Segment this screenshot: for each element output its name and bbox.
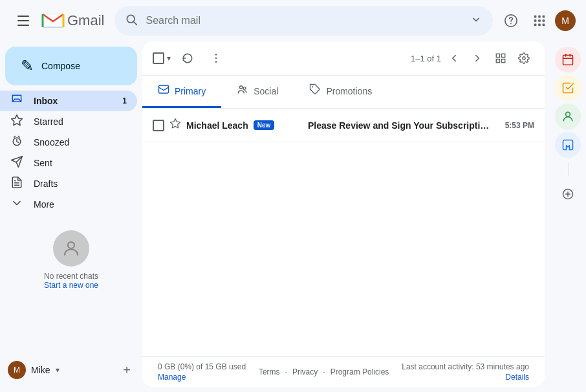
- svg-line-1: [134, 21, 137, 25]
- tab-social[interactable]: Social: [221, 76, 294, 108]
- help-button[interactable]: [498, 8, 524, 34]
- activity-section: Last account activity: 53 minutes ago De…: [402, 362, 529, 382]
- svg-point-16: [215, 58, 217, 60]
- divider: [568, 163, 569, 176]
- content-area: ▾ 1–1 of 1: [142, 41, 545, 387]
- sidebar-item-more[interactable]: More: [0, 194, 137, 215]
- email-toolbar: ▾ 1–1 of 1: [142, 41, 545, 76]
- search-bar: [114, 6, 493, 36]
- contacts-button[interactable]: [555, 103, 581, 129]
- toolbar-right: 1–1 of 1: [411, 48, 534, 69]
- hamburger-icon: [17, 16, 29, 26]
- pagination-nav: [444, 48, 488, 69]
- category-tabs: Primary Social Promotions: [142, 76, 545, 109]
- settings-button[interactable]: [514, 48, 534, 69]
- footer-links: Terms · Privacy · Program Policies: [259, 367, 389, 376]
- add-addon-button[interactable]: [555, 181, 581, 207]
- starred-label: Starred: [34, 116, 63, 127]
- chat-avatar-placeholder: [53, 230, 89, 267]
- svg-point-14: [68, 242, 74, 248]
- sidebar-item-drafts[interactable]: Drafts: [0, 173, 137, 194]
- svg-point-3: [510, 23, 512, 25]
- compose-button[interactable]: ✎ Compose: [5, 47, 137, 85]
- no-chats-text: No recent chats: [44, 272, 98, 281]
- table-row[interactable]: Michael Leach New Please Review and Sign…: [142, 109, 545, 142]
- star-icon: [10, 114, 23, 130]
- new-badge: New: [254, 120, 275, 130]
- email-time: 5:53 PM: [495, 121, 534, 130]
- email-list: Michael Leach New Please Review and Sign…: [142, 109, 545, 356]
- avatar[interactable]: M: [555, 10, 576, 31]
- next-page-button[interactable]: [467, 48, 488, 69]
- tab-promotions-label: Promotions: [326, 86, 372, 96]
- compose-label: Compose: [41, 61, 80, 71]
- star-toggle-icon[interactable]: [169, 118, 181, 133]
- svg-rect-12: [543, 24, 545, 27]
- footer: 0 GB (0%) of 15 GB used Manage Terms · P…: [142, 356, 545, 387]
- sidebar: ✎ Compose Inbox 1 Starred: [0, 41, 142, 392]
- storage-section: 0 GB (0%) of 15 GB used Manage: [158, 362, 246, 382]
- promotions-tab-icon: [309, 83, 321, 98]
- gmail-logo: Gmail: [41, 12, 104, 30]
- tab-promotions[interactable]: Promotions: [294, 76, 387, 108]
- start-chat-link[interactable]: Start a new one: [44, 281, 98, 290]
- refresh-button[interactable]: [176, 47, 199, 70]
- svg-rect-23: [159, 85, 169, 93]
- layout-button[interactable]: [490, 48, 511, 69]
- apps-button[interactable]: [526, 8, 552, 34]
- tasks-button[interactable]: [555, 75, 581, 101]
- svg-point-22: [523, 57, 526, 60]
- svg-rect-19: [502, 54, 505, 57]
- add-account-button[interactable]: +: [119, 362, 135, 378]
- right-sidebar: [550, 41, 586, 392]
- search-dropdown-icon[interactable]: [470, 13, 483, 29]
- svg-rect-9: [543, 19, 545, 22]
- svg-rect-4: [534, 16, 537, 18]
- email-sender: Michael Leach New: [186, 120, 303, 131]
- terms-link[interactable]: Terms: [259, 367, 280, 376]
- select-all-checkbox[interactable]: [153, 52, 164, 64]
- svg-rect-6: [543, 16, 545, 18]
- sidebar-item-inbox[interactable]: Inbox 1: [0, 91, 137, 111]
- keep-button[interactable]: [555, 132, 581, 158]
- svg-point-26: [312, 86, 314, 87]
- tab-social-label: Social: [254, 86, 278, 96]
- account-section: M Mike ▾ +: [0, 353, 142, 387]
- sidebar-item-snoozed[interactable]: Snoozed: [0, 132, 137, 153]
- select-dropdown-icon[interactable]: ▾: [167, 54, 171, 63]
- sidebar-item-sent[interactable]: Sent: [0, 153, 137, 173]
- account-dropdown-icon: ▾: [56, 365, 60, 375]
- program-policies-link[interactable]: Program Policies: [331, 367, 389, 376]
- svg-point-15: [215, 54, 217, 56]
- svg-rect-11: [538, 24, 541, 27]
- more-options-button[interactable]: [204, 47, 228, 70]
- prev-page-button[interactable]: [444, 48, 464, 69]
- more-label: More: [34, 199, 54, 210]
- menu-button[interactable]: [10, 8, 36, 34]
- topbar: Gmail M: [0, 0, 586, 41]
- account-row[interactable]: M Mike ▾ +: [8, 358, 135, 382]
- svg-rect-27: [563, 55, 573, 65]
- more-icon: [10, 197, 23, 213]
- search-icon: [125, 13, 138, 29]
- search-input[interactable]: [146, 15, 462, 27]
- snoozed-label: Snoozed: [34, 137, 69, 147]
- select-all-area: ▾: [153, 52, 171, 64]
- svg-rect-21: [502, 60, 505, 63]
- inbox-icon: [10, 93, 23, 109]
- email-checkbox[interactable]: [153, 120, 164, 131]
- manage-link[interactable]: Manage: [158, 373, 246, 382]
- privacy-link[interactable]: Privacy: [292, 367, 318, 376]
- tab-primary[interactable]: Primary: [142, 76, 221, 108]
- last-activity: Last account activity: 53 minutes ago: [402, 362, 529, 371]
- svg-rect-7: [534, 19, 537, 22]
- calendar-button[interactable]: [555, 47, 581, 72]
- topbar-right: M: [498, 8, 576, 34]
- details-link[interactable]: Details: [505, 373, 529, 382]
- sidebar-item-starred[interactable]: Starred: [0, 111, 137, 132]
- svg-point-25: [243, 87, 246, 90]
- chat-section: No recent chats Start a new one: [0, 225, 142, 295]
- svg-rect-18: [496, 54, 499, 57]
- primary-tab-icon: [158, 83, 169, 98]
- drafts-label: Drafts: [34, 179, 58, 189]
